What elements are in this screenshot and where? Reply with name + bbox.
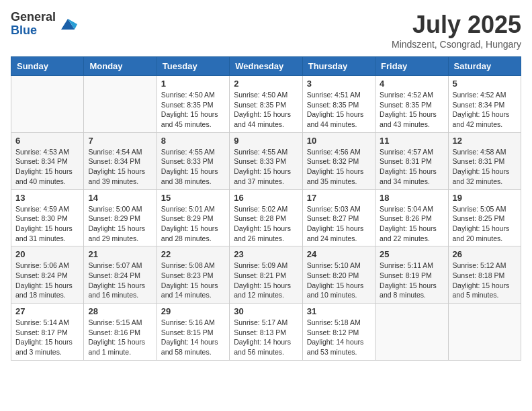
sunset-text: Sunset: 8:24 PM [88, 271, 140, 279]
calendar-cell: 6 Sunrise: 4:53 AM Sunset: 8:34 PM Dayli… [11, 132, 84, 189]
sunset-text: Sunset: 8:23 PM [161, 271, 214, 279]
day-info: Sunrise: 4:54 AM Sunset: 8:34 PM Dayligh… [88, 147, 152, 187]
day-number: 3 [307, 79, 371, 89]
calendar-cell: 10 Sunrise: 4:56 AM Sunset: 8:32 PM Dayl… [302, 132, 375, 189]
daylight-text: Daylight: 14 hours and 53 minutes. [307, 338, 364, 356]
calendar-cell: 20 Sunrise: 5:06 AM Sunset: 8:24 PM Dayl… [11, 246, 84, 304]
daylight-text: Daylight: 15 hours and 40 minutes. [15, 167, 73, 185]
day-number: 27 [15, 306, 79, 316]
day-info: Sunrise: 5:02 AM Sunset: 8:28 PM Dayligh… [234, 204, 298, 244]
day-info: Sunrise: 5:18 AM Sunset: 8:12 PM Dayligh… [307, 318, 371, 357]
day-info: Sunrise: 5:09 AM Sunset: 8:21 PM Dayligh… [234, 261, 298, 300]
sunrise-text: Sunrise: 5:01 AM [161, 205, 215, 213]
calendar-cell [375, 304, 448, 361]
logo-blue-text: Blue [11, 24, 56, 38]
daylight-text: Daylight: 15 hours and 32 minutes. [453, 167, 510, 185]
day-info: Sunrise: 5:04 AM Sunset: 8:26 PM Dayligh… [380, 204, 443, 244]
day-number: 28 [88, 306, 152, 316]
logo-icon [58, 15, 77, 34]
calendar-cell: 22 Sunrise: 5:08 AM Sunset: 8:23 PM Dayl… [157, 246, 229, 304]
sunrise-text: Sunrise: 5:15 AM [88, 318, 142, 326]
logo: General Blue [11, 11, 77, 38]
sunrise-text: Sunrise: 4:51 AM [307, 91, 361, 99]
calendar-cell: 21 Sunrise: 5:07 AM Sunset: 8:24 PM Dayl… [84, 246, 157, 304]
sunrise-text: Sunrise: 4:58 AM [453, 148, 506, 156]
daylight-text: Daylight: 15 hours and 18 minutes. [15, 281, 73, 300]
daylight-text: Daylight: 15 hours and 34 minutes. [380, 167, 437, 185]
day-info: Sunrise: 5:07 AM Sunset: 8:24 PM Dayligh… [88, 261, 152, 300]
calendar-cell: 30 Sunrise: 5:17 AM Sunset: 8:13 PM Dayl… [230, 304, 302, 361]
day-info: Sunrise: 4:56 AM Sunset: 8:32 PM Dayligh… [307, 147, 371, 187]
day-number: 15 [161, 193, 225, 203]
daylight-text: Daylight: 15 hours and 28 minutes. [161, 224, 218, 242]
calendar-week-2: 6 Sunrise: 4:53 AM Sunset: 8:34 PM Dayli… [11, 132, 521, 189]
daylight-text: Daylight: 15 hours and 24 minutes. [307, 224, 364, 242]
calendar-cell: 28 Sunrise: 5:15 AM Sunset: 8:16 PM Dayl… [84, 304, 157, 361]
calendar-cell: 9 Sunrise: 4:55 AM Sunset: 8:33 PM Dayli… [230, 132, 302, 189]
day-info: Sunrise: 4:52 AM Sunset: 8:34 PM Dayligh… [453, 90, 517, 130]
day-info: Sunrise: 4:50 AM Sunset: 8:35 PM Dayligh… [234, 90, 298, 130]
day-info: Sunrise: 4:51 AM Sunset: 8:35 PM Dayligh… [307, 90, 371, 130]
sunset-text: Sunset: 8:21 PM [234, 271, 286, 279]
daylight-text: Daylight: 15 hours and 42 minutes. [453, 110, 510, 128]
day-info: Sunrise: 4:55 AM Sunset: 8:33 PM Dayligh… [234, 147, 298, 187]
calendar-week-4: 20 Sunrise: 5:06 AM Sunset: 8:24 PM Dayl… [11, 246, 521, 304]
sunset-text: Sunset: 8:16 PM [88, 328, 140, 336]
sunrise-text: Sunrise: 4:59 AM [15, 205, 69, 213]
day-number: 20 [15, 249, 79, 259]
day-info: Sunrise: 5:01 AM Sunset: 8:29 PM Dayligh… [161, 204, 225, 244]
calendar-cell: 14 Sunrise: 5:00 AM Sunset: 8:29 PM Dayl… [84, 189, 157, 246]
sunrise-text: Sunrise: 4:57 AM [380, 148, 433, 156]
daylight-text: Daylight: 14 hours and 58 minutes. [161, 338, 218, 356]
day-info: Sunrise: 5:12 AM Sunset: 8:18 PM Dayligh… [453, 261, 517, 300]
day-number: 2 [234, 79, 298, 89]
title-area: July 2025 Mindszent, Csongrad, Hungary [392, 11, 521, 50]
calendar-table: SundayMondayTuesdayWednesdayThursdayFrid… [11, 56, 521, 361]
calendar-cell: 11 Sunrise: 4:57 AM Sunset: 8:31 PM Dayl… [375, 132, 448, 189]
sunset-text: Sunset: 8:30 PM [15, 214, 68, 222]
day-number: 4 [380, 79, 443, 89]
sunset-text: Sunset: 8:29 PM [88, 214, 140, 222]
day-header-tuesday: Tuesday [157, 57, 229, 76]
sunset-text: Sunset: 8:15 PM [161, 328, 214, 336]
sunset-text: Sunset: 8:35 PM [234, 101, 286, 109]
calendar-week-1: 1 Sunrise: 4:50 AM Sunset: 8:35 PM Dayli… [11, 76, 521, 133]
day-number: 13 [15, 193, 79, 203]
day-info: Sunrise: 4:57 AM Sunset: 8:31 PM Dayligh… [380, 147, 443, 187]
calendar-cell [84, 76, 157, 133]
day-info: Sunrise: 5:16 AM Sunset: 8:15 PM Dayligh… [161, 318, 225, 357]
day-info: Sunrise: 5:06 AM Sunset: 8:24 PM Dayligh… [15, 261, 79, 300]
sunrise-text: Sunrise: 5:05 AM [453, 205, 506, 213]
day-number: 21 [88, 249, 152, 259]
calendar-cell: 29 Sunrise: 5:16 AM Sunset: 8:15 PM Dayl… [157, 304, 229, 361]
day-info: Sunrise: 5:10 AM Sunset: 8:20 PM Dayligh… [307, 261, 371, 300]
daylight-text: Daylight: 15 hours and 8 minutes. [380, 281, 437, 300]
calendar-cell: 7 Sunrise: 4:54 AM Sunset: 8:34 PM Dayli… [84, 132, 157, 189]
daylight-text: Daylight: 15 hours and 26 minutes. [234, 224, 291, 242]
day-header-friday: Friday [375, 57, 448, 76]
calendar-cell: 25 Sunrise: 5:11 AM Sunset: 8:19 PM Dayl… [375, 246, 448, 304]
day-number: 24 [307, 249, 371, 259]
sunset-text: Sunset: 8:18 PM [453, 271, 505, 279]
day-number: 8 [161, 136, 225, 146]
sunrise-text: Sunrise: 4:50 AM [161, 91, 215, 99]
day-info: Sunrise: 4:52 AM Sunset: 8:35 PM Dayligh… [380, 90, 443, 130]
sunrise-text: Sunrise: 5:04 AM [380, 205, 433, 213]
daylight-text: Daylight: 15 hours and 44 minutes. [234, 110, 291, 128]
sunset-text: Sunset: 8:28 PM [234, 214, 286, 222]
daylight-text: Daylight: 15 hours and 35 minutes. [307, 167, 364, 185]
sunrise-text: Sunrise: 4:56 AM [307, 148, 361, 156]
calendar-cell: 23 Sunrise: 5:09 AM Sunset: 8:21 PM Dayl… [230, 246, 302, 304]
day-number: 31 [307, 306, 371, 316]
calendar-cell: 3 Sunrise: 4:51 AM Sunset: 8:35 PM Dayli… [302, 76, 375, 133]
calendar-cell: 4 Sunrise: 4:52 AM Sunset: 8:35 PM Dayli… [375, 76, 448, 133]
calendar-cell: 1 Sunrise: 4:50 AM Sunset: 8:35 PM Dayli… [157, 76, 229, 133]
sunrise-text: Sunrise: 5:17 AM [234, 318, 287, 326]
sunset-text: Sunset: 8:19 PM [380, 271, 432, 279]
day-number: 17 [307, 193, 371, 203]
day-info: Sunrise: 4:59 AM Sunset: 8:30 PM Dayligh… [15, 204, 79, 244]
sunset-text: Sunset: 8:24 PM [15, 271, 68, 279]
sunset-text: Sunset: 8:34 PM [88, 157, 140, 165]
calendar-cell: 19 Sunrise: 5:05 AM Sunset: 8:25 PM Dayl… [448, 189, 521, 246]
day-number: 23 [234, 249, 298, 259]
